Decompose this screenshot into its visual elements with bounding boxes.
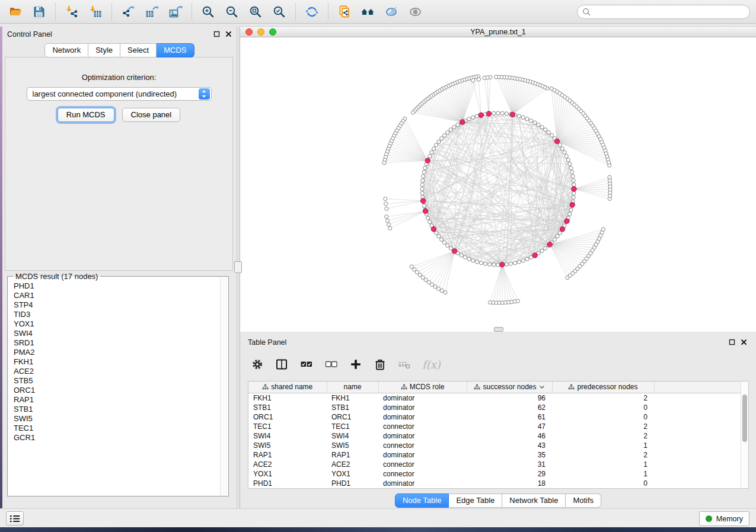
mcds-result-item[interactable]: YOX1 — [9, 319, 219, 329]
run-mcds-button[interactable]: Run MCDS — [58, 108, 114, 122]
float-window-icon[interactable] — [729, 339, 735, 345]
network-canvas[interactable] — [240, 37, 756, 332]
minimize-window-icon[interactable] — [257, 28, 264, 36]
main-toolbar — [0, 0, 756, 24]
export-image-icon[interactable] — [164, 2, 187, 21]
mcds-result-item[interactable]: SRD1 — [9, 338, 219, 348]
column-settings-icon[interactable] — [251, 358, 264, 371]
table-panel-titlebar: Table Panel — [240, 335, 756, 350]
mcds-result-item[interactable]: PMA2 — [9, 348, 219, 357]
delete-table-icon[interactable] — [398, 358, 411, 371]
bird-eye-view-icon[interactable] — [404, 2, 428, 21]
table-row[interactable]: RAP1RAP1dominator352 — [248, 450, 741, 460]
vertical-splitter-handle[interactable] — [234, 261, 242, 273]
optimization-criterion-select[interactable]: largest connected component (undirected) — [27, 87, 212, 101]
table-row[interactable]: STB1STB1dominator620 — [248, 403, 741, 412]
maximize-window-icon[interactable] — [269, 28, 276, 36]
memory-button[interactable]: Memory — [699, 511, 749, 526]
mcds-result-item[interactable]: GCR1 — [9, 433, 219, 443]
select-all-icon[interactable] — [299, 358, 313, 371]
network-view[interactable] — [240, 37, 756, 332]
delete-column-icon[interactable] — [374, 358, 387, 371]
cell-MCDS-role: connector — [378, 422, 467, 431]
float-window-icon[interactable] — [213, 31, 220, 37]
zoom-selected-icon[interactable] — [267, 2, 291, 21]
tab-mcds[interactable]: MCDS — [157, 43, 194, 57]
cell-name: SWI5 — [327, 441, 378, 450]
mcds-result-item[interactable]: SWI5 — [9, 414, 219, 424]
zoom-out-icon[interactable] — [220, 2, 244, 21]
close-panel-icon[interactable] — [741, 339, 747, 345]
function-builder-icon[interactable]: f(x) — [422, 358, 441, 371]
tab-select[interactable]: Select — [120, 43, 157, 57]
save-session-icon[interactable] — [27, 2, 51, 21]
add-column-icon[interactable] — [349, 358, 362, 371]
mcds-result-item[interactable]: CAR1 — [9, 291, 219, 300]
show-hide-graphics-details-icon[interactable] — [380, 2, 404, 21]
mcds-result-title: MCDS result (17 nodes) — [13, 272, 100, 281]
close-window-icon[interactable] — [245, 28, 253, 36]
zoom-fit-icon[interactable] — [244, 2, 267, 21]
table-row[interactable]: PHD1PHD1dominator180 — [248, 479, 741, 488]
column-header-predecessor-nodes[interactable]: predecessor nodes — [552, 382, 654, 393]
table-row[interactable]: SWI5SWI5connector431 — [248, 441, 741, 450]
close-panel-button[interactable]: Close panel — [122, 108, 181, 122]
tab-node-table[interactable]: Node Table — [395, 493, 449, 508]
deselect-all-icon[interactable] — [324, 358, 338, 371]
import-network-icon[interactable] — [60, 2, 84, 21]
tab-motifs[interactable]: Motifs — [566, 493, 601, 508]
control-panel-title: Control Panel — [7, 30, 52, 39]
export-network-to-web-icon[interactable] — [333, 2, 356, 21]
mcds-result-item[interactable]: STB5 — [9, 376, 219, 386]
table-row[interactable]: ACE2ACE2connector311 — [248, 460, 741, 469]
tab-style[interactable]: Style — [88, 43, 120, 57]
node-table-grid[interactable]: shared namenameMCDS rolesuccessor nodesp… — [248, 382, 741, 488]
column-header-shared-name[interactable]: shared name — [248, 382, 327, 393]
mcds-result-item[interactable]: ORC1 — [9, 386, 219, 395]
horizontal-splitter-handle[interactable] — [494, 327, 503, 332]
cell-name: FKH1 — [327, 393, 378, 403]
table-scrollbar[interactable] — [741, 382, 748, 488]
table-row[interactable]: YOX1YOX1connector291 — [248, 469, 741, 479]
gene-search-icon[interactable] — [356, 2, 380, 21]
mcds-result-item[interactable]: SWI4 — [9, 329, 219, 338]
mcds-result-item[interactable]: STB1 — [9, 405, 219, 414]
task-history-button[interactable] — [6, 511, 24, 525]
mcds-result-item[interactable]: ACE2 — [9, 367, 219, 376]
table-row[interactable]: TEC1TEC1connector472 — [248, 422, 741, 431]
tab-network[interactable]: Network — [44, 43, 88, 57]
table-row[interactable]: ORC1ORC1dominator610 — [248, 412, 741, 422]
column-header-successor-nodes[interactable]: successor nodes — [467, 382, 552, 393]
export-network-icon[interactable] — [116, 2, 140, 21]
table-scrollbar-thumb[interactable] — [742, 395, 747, 442]
close-panel-icon[interactable] — [225, 31, 232, 37]
column-header-name[interactable]: name — [327, 382, 378, 393]
network-window-titlebar[interactable]: YPA_prune.txt_1 — [240, 26, 756, 37]
mcds-result-item[interactable]: RAP1 — [9, 395, 219, 405]
mcds-result-item[interactable]: STP4 — [9, 300, 219, 310]
apply-layout-icon[interactable] — [300, 2, 324, 21]
mcds-result-item[interactable]: TEC1 — [9, 424, 219, 433]
mcds-list-scrollbar[interactable] — [220, 277, 228, 495]
import-table-icon[interactable] — [84, 2, 107, 21]
tab-network-table[interactable]: Network Table — [502, 493, 566, 508]
cell-predecessor-nodes: 0 — [552, 412, 654, 422]
toolbar-separator — [328, 4, 328, 20]
cell-predecessor-nodes: 2 — [552, 431, 654, 441]
cell-MCDS-role: dominator — [378, 393, 467, 403]
mcds-result-item[interactable]: FKH1 — [9, 357, 219, 367]
toggle-panel-mode-icon[interactable] — [275, 358, 288, 371]
tab-edge-table[interactable]: Edge Table — [449, 493, 502, 508]
mcds-result-item[interactable]: TID3 — [9, 310, 219, 319]
cell-shared-name: PHD1 — [248, 479, 327, 488]
export-table-icon[interactable] — [140, 2, 164, 21]
open-file-icon[interactable] — [4, 2, 27, 21]
search-input[interactable] — [594, 8, 745, 16]
zoom-in-icon[interactable] — [196, 2, 220, 21]
column-header-MCDS-role[interactable]: MCDS role — [378, 382, 467, 393]
cell-successor-nodes: 31 — [467, 460, 552, 469]
table-row[interactable]: FKH1FKH1dominator962 — [248, 393, 741, 403]
cell-shared-name: RAP1 — [248, 450, 327, 460]
table-row[interactable]: SWI4SWI4dominator462 — [248, 431, 741, 441]
mcds-result-item[interactable]: PHD1 — [9, 281, 219, 291]
